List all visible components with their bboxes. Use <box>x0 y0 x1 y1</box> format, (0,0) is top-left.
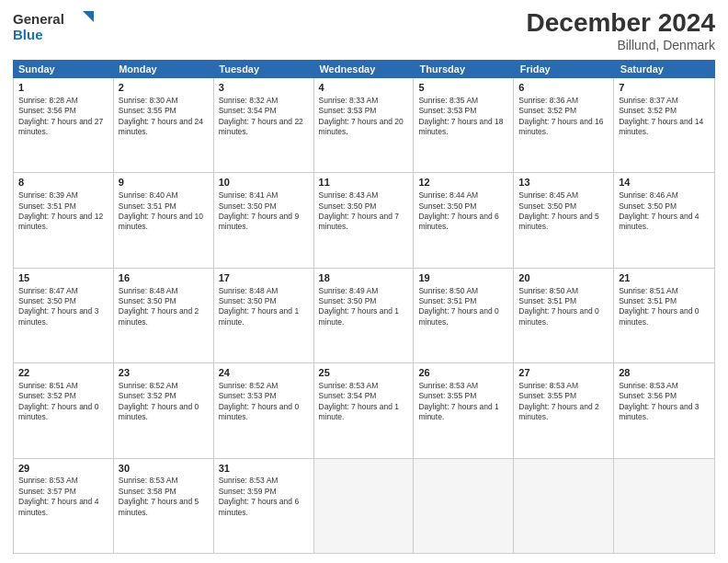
day-number: 4 <box>319 81 409 95</box>
daylight-text: Daylight: 7 hours and 9 minutes. <box>219 212 299 231</box>
sunset-text: Sunset: 3:59 PM <box>219 487 277 496</box>
cal-header-day: Friday <box>515 60 615 78</box>
calendar-week: 29 Sunrise: 8:53 AM Sunset: 3:57 PM Dayl… <box>14 458 714 553</box>
daylight-text: Daylight: 7 hours and 2 minutes. <box>119 306 199 326</box>
calendar-day: 15 Sunrise: 8:47 AM Sunset: 3:50 PM Dayl… <box>14 269 114 362</box>
svg-text:General: General <box>13 11 64 27</box>
sunrise-text: Sunrise: 8:45 AM <box>518 190 578 200</box>
calendar-week: 1 Sunrise: 8:28 AM Sunset: 3:56 PM Dayli… <box>14 78 714 172</box>
sunrise-text: Sunrise: 8:37 AM <box>619 96 678 105</box>
calendar-day: 12 Sunrise: 8:44 AM Sunset: 3:50 PM Dayl… <box>414 173 514 267</box>
calendar-week: 8 Sunrise: 8:39 AM Sunset: 3:51 PM Dayli… <box>14 172 714 267</box>
daylight-text: Daylight: 7 hours and 4 minutes. <box>619 212 699 231</box>
daylight-text: Daylight: 7 hours and 27 minutes. <box>18 117 103 136</box>
calendar-day: 4 Sunrise: 8:33 AM Sunset: 3:53 PM Dayli… <box>314 78 415 172</box>
day-number: 22 <box>18 366 108 380</box>
calendar: SundayMondayTuesdayWednesdayThursdayFrid… <box>13 60 715 554</box>
page-header: General Blue December 2024 Billund, Denm… <box>13 9 715 52</box>
calendar-day: 30 Sunrise: 8:53 AM Sunset: 3:58 PM Dayl… <box>114 459 214 553</box>
daylight-text: Daylight: 7 hours and 0 minutes. <box>119 402 199 421</box>
calendar-day: 5 Sunrise: 8:35 AM Sunset: 3:53 PM Dayli… <box>414 78 514 172</box>
cal-header-day: Wednesday <box>313 60 414 78</box>
calendar-day: 31 Sunrise: 8:53 AM Sunset: 3:59 PM Dayl… <box>214 459 314 553</box>
page-title: December 2024 <box>527 9 715 38</box>
sunrise-text: Sunrise: 8:52 AM <box>119 381 178 390</box>
daylight-text: Daylight: 7 hours and 18 minutes. <box>418 117 503 136</box>
daylight-text: Daylight: 7 hours and 6 minutes. <box>219 497 299 516</box>
daylight-text: Daylight: 7 hours and 1 minute. <box>319 306 399 326</box>
sunset-text: Sunset: 3:51 PM <box>518 296 576 305</box>
sunset-text: Sunset: 3:50 PM <box>418 201 476 211</box>
calendar-day: 2 Sunrise: 8:30 AM Sunset: 3:55 PM Dayli… <box>114 78 214 172</box>
day-number: 5 <box>418 81 508 95</box>
sunset-text: Sunset: 3:51 PM <box>119 201 176 211</box>
calendar-day-empty <box>514 459 614 553</box>
sunrise-text: Sunrise: 8:39 AM <box>18 190 78 200</box>
daylight-text: Daylight: 7 hours and 0 minutes. <box>418 306 498 326</box>
calendar-day: 18 Sunrise: 8:49 AM Sunset: 3:50 PM Dayl… <box>314 269 415 362</box>
sunrise-text: Sunrise: 8:43 AM <box>319 190 379 200</box>
sunrise-text: Sunrise: 8:35 AM <box>418 96 478 105</box>
calendar-day: 17 Sunrise: 8:48 AM Sunset: 3:50 PM Dayl… <box>214 269 314 362</box>
calendar-day: 26 Sunrise: 8:53 AM Sunset: 3:55 PM Dayl… <box>414 363 514 457</box>
daylight-text: Daylight: 7 hours and 1 minute. <box>219 306 299 326</box>
cal-header-day: Tuesday <box>213 60 313 78</box>
daylight-text: Daylight: 7 hours and 24 minutes. <box>119 117 203 136</box>
sunrise-text: Sunrise: 8:53 AM <box>518 381 578 390</box>
calendar-day: 29 Sunrise: 8:53 AM Sunset: 3:57 PM Dayl… <box>14 459 114 553</box>
daylight-text: Daylight: 7 hours and 0 minutes. <box>619 306 699 326</box>
day-number: 1 <box>18 81 108 95</box>
sunrise-text: Sunrise: 8:50 AM <box>518 286 578 295</box>
day-number: 12 <box>418 176 508 190</box>
sunset-text: Sunset: 3:50 PM <box>319 296 377 305</box>
daylight-text: Daylight: 7 hours and 3 minutes. <box>18 306 98 326</box>
page-container: General Blue December 2024 Billund, Denm… <box>0 0 728 563</box>
sunset-text: Sunset: 3:51 PM <box>619 296 677 305</box>
day-number: 8 <box>18 176 108 190</box>
day-number: 18 <box>319 271 409 285</box>
sunset-text: Sunset: 3:50 PM <box>219 201 277 211</box>
daylight-text: Daylight: 7 hours and 22 minutes. <box>219 117 303 136</box>
sunrise-text: Sunrise: 8:32 AM <box>219 96 279 105</box>
svg-marker-2 <box>83 11 94 22</box>
calendar-day: 19 Sunrise: 8:50 AM Sunset: 3:51 PM Dayl… <box>414 269 514 362</box>
day-number: 17 <box>219 271 309 285</box>
sunset-text: Sunset: 3:57 PM <box>18 487 76 496</box>
sunrise-text: Sunrise: 8:48 AM <box>119 286 178 295</box>
day-number: 9 <box>119 176 209 190</box>
calendar-day: 10 Sunrise: 8:41 AM Sunset: 3:50 PM Dayl… <box>214 173 314 267</box>
day-number: 10 <box>219 176 309 190</box>
day-number: 7 <box>619 81 710 95</box>
day-number: 27 <box>518 366 609 380</box>
sunrise-text: Sunrise: 8:53 AM <box>619 381 678 390</box>
calendar-day: 28 Sunrise: 8:53 AM Sunset: 3:56 PM Dayl… <box>614 363 714 457</box>
calendar-day-empty <box>414 459 514 553</box>
calendar-day-empty <box>314 459 415 553</box>
sunset-text: Sunset: 3:53 PM <box>319 106 377 115</box>
sunset-text: Sunset: 3:52 PM <box>518 106 576 115</box>
day-number: 21 <box>619 271 710 285</box>
sunset-text: Sunset: 3:51 PM <box>418 296 476 305</box>
calendar-day: 1 Sunrise: 8:28 AM Sunset: 3:56 PM Dayli… <box>14 78 114 172</box>
sunrise-text: Sunrise: 8:53 AM <box>219 476 279 485</box>
sunrise-text: Sunrise: 8:53 AM <box>319 381 379 390</box>
calendar-day: 16 Sunrise: 8:48 AM Sunset: 3:50 PM Dayl… <box>114 269 214 362</box>
calendar-day: 20 Sunrise: 8:50 AM Sunset: 3:51 PM Dayl… <box>514 269 614 362</box>
day-number: 19 <box>418 271 508 285</box>
day-number: 15 <box>18 271 108 285</box>
sunrise-text: Sunrise: 8:50 AM <box>418 286 478 295</box>
sunset-text: Sunset: 3:50 PM <box>219 296 277 305</box>
daylight-text: Daylight: 7 hours and 16 minutes. <box>518 117 603 136</box>
sunrise-text: Sunrise: 8:51 AM <box>18 381 78 390</box>
sunset-text: Sunset: 3:53 PM <box>219 391 277 400</box>
daylight-text: Daylight: 7 hours and 1 minute. <box>418 402 498 421</box>
calendar-day: 24 Sunrise: 8:52 AM Sunset: 3:53 PM Dayl… <box>214 363 314 457</box>
daylight-text: Daylight: 7 hours and 6 minutes. <box>418 212 498 231</box>
daylight-text: Daylight: 7 hours and 5 minutes. <box>119 497 199 516</box>
sunrise-text: Sunrise: 8:53 AM <box>119 476 178 485</box>
calendar-day: 27 Sunrise: 8:53 AM Sunset: 3:55 PM Dayl… <box>514 363 614 457</box>
daylight-text: Daylight: 7 hours and 0 minutes. <box>219 402 299 421</box>
day-number: 31 <box>219 462 309 476</box>
day-number: 3 <box>219 81 309 95</box>
cal-header-day: Monday <box>113 60 213 78</box>
